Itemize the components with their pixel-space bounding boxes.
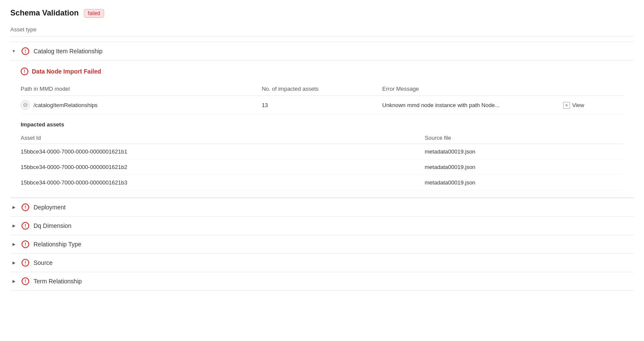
source-file-cell: metadata00019.json	[425, 160, 623, 175]
accordion-label-term-relationship: Term Relationship	[34, 278, 82, 285]
accordion-label-relationship-type: Relationship Type	[34, 241, 81, 248]
accordion-label-deployment: Deployment	[34, 204, 66, 211]
error-circle-icon-inner: !	[21, 68, 28, 75]
col-path: Path in MMD model	[21, 82, 262, 96]
status-badge: failed	[84, 9, 104, 18]
expand-row-button[interactable]	[21, 100, 30, 110]
error-section-header: ! Data Node Import Failed	[21, 68, 623, 75]
cell-action: ≡ View	[563, 96, 623, 114]
col-count: No. of impacted assets	[262, 82, 382, 96]
accordion-row-term-relationship[interactable]: ! Term Relationship	[10, 272, 634, 291]
source-file-cell: metadata00019.json	[425, 175, 623, 190]
impacted-assets-label: Impacted assets	[21, 121, 623, 128]
assets-col-source: Source file	[425, 132, 623, 144]
error-circle-icon: !	[22, 47, 29, 55]
view-icon: ≡	[563, 102, 570, 109]
chevron-right-icon	[10, 204, 17, 211]
asset-id-cell: 15bbce34-0000-7000-0000-0000001621b2	[21, 160, 425, 175]
error-circle-icon-dq-dimension: !	[22, 222, 29, 230]
page-header: Schema Validation failed	[10, 9, 634, 18]
accordion-label-dq-dimension: Dq Dimension	[34, 222, 71, 229]
accordion-row-relationship-type[interactable]: ! Relationship Type	[10, 235, 634, 254]
view-label: View	[572, 102, 584, 108]
chevron-right-icon	[10, 278, 17, 285]
asset-table-row: 15bbce34-0000-7000-0000-0000001621b1 met…	[21, 144, 623, 160]
asset-id-cell: 15bbce34-0000-7000-0000-0000001621b1	[21, 144, 425, 160]
error-circle-icon-relationship-type: !	[22, 240, 29, 248]
accordion-row-source[interactable]: ! Source	[10, 254, 634, 272]
error-circle-icon-source: !	[22, 259, 29, 267]
assets-col-id: Asset Id	[21, 132, 425, 144]
page-title: Schema Validation	[10, 9, 79, 18]
col-error: Error Message	[382, 82, 563, 96]
chevron-right-icon	[10, 222, 17, 229]
chevron-right-icon	[10, 241, 17, 248]
error-circle-icon-deployment: !	[22, 203, 29, 211]
error-circle-icon-term-relationship: !	[22, 277, 29, 285]
source-file-cell: metadata00019.json	[425, 144, 623, 160]
chevron-right-icon	[10, 259, 17, 266]
impacted-assets-section: Impacted assets Asset Id Source file 15b…	[21, 121, 623, 190]
accordion-row-catalog[interactable]: ! Catalog Item Relationship	[10, 42, 634, 61]
accordion-row-dq-dimension[interactable]: ! Dq Dimension	[10, 217, 634, 235]
error-section-title: Data Node Import Failed	[32, 68, 101, 75]
error-table: Path in MMD model No. of impacted assets…	[21, 82, 623, 114]
view-link[interactable]: ≡ View	[563, 102, 584, 109]
expanded-content-catalog: ! Data Node Import Failed Path in MMD mo…	[10, 61, 634, 198]
accordion-catalog-item-relationship: ! Catalog Item Relationship ! Data Node …	[10, 42, 634, 198]
col-action	[563, 82, 623, 96]
table-row: /catalogItemRelationships 13 Unknown mmd…	[21, 96, 623, 114]
cell-path: /catalogItemRelationships	[21, 96, 262, 114]
asset-table-row: 15bbce34-0000-7000-0000-0000001621b3 met…	[21, 175, 623, 190]
asset-id-cell: 15bbce34-0000-7000-0000-0000001621b3	[21, 175, 425, 190]
chevron-down-icon	[10, 48, 17, 55]
assets-table: Asset Id Source file 15bbce34-0000-7000-…	[21, 132, 623, 190]
asset-table-row: 15bbce34-0000-7000-0000-0000001621b2 met…	[21, 160, 623, 175]
cell-count: 13	[262, 96, 382, 114]
accordion-label-catalog: Catalog Item Relationship	[34, 48, 102, 55]
path-value: /catalogItemRelationships	[34, 102, 98, 108]
asset-type-label: Asset type	[10, 26, 634, 37]
cell-error-message: Unknown mmd node instance with path Node…	[382, 96, 563, 114]
accordion-row-deployment[interactable]: ! Deployment	[10, 198, 634, 217]
accordion-label-source: Source	[34, 259, 52, 266]
